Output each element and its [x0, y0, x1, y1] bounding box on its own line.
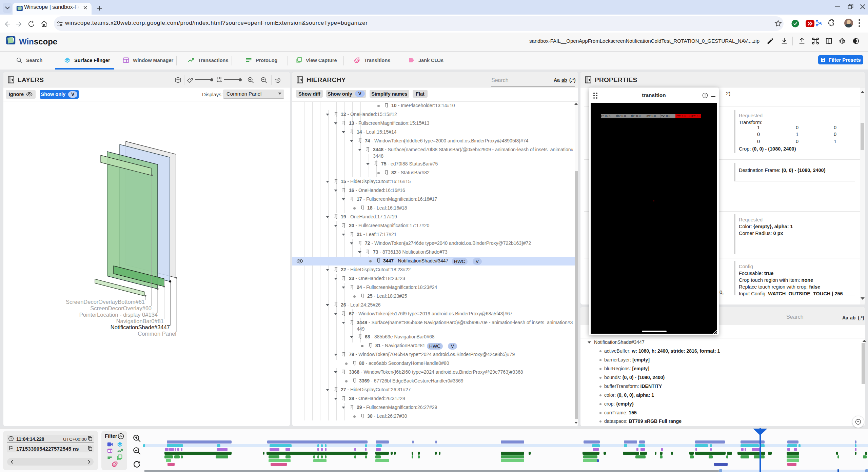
svg-text:ScreenDecorOverlay#60: ScreenDecorOverlay#60	[90, 305, 152, 311]
svg-text:NavigationBar0#81: NavigationBar0#81	[116, 318, 164, 324]
svg-text:ScreenDecorOverlayBottom#61: ScreenDecorOverlayBottom#61	[66, 299, 145, 305]
svg-text:PointerLocation - display 0#13: PointerLocation - display 0#134	[79, 312, 158, 318]
svg-text:NotificationShade#3447: NotificationShade#3447	[111, 324, 170, 330]
svg-text:Common Panel: Common Panel	[138, 331, 176, 337]
